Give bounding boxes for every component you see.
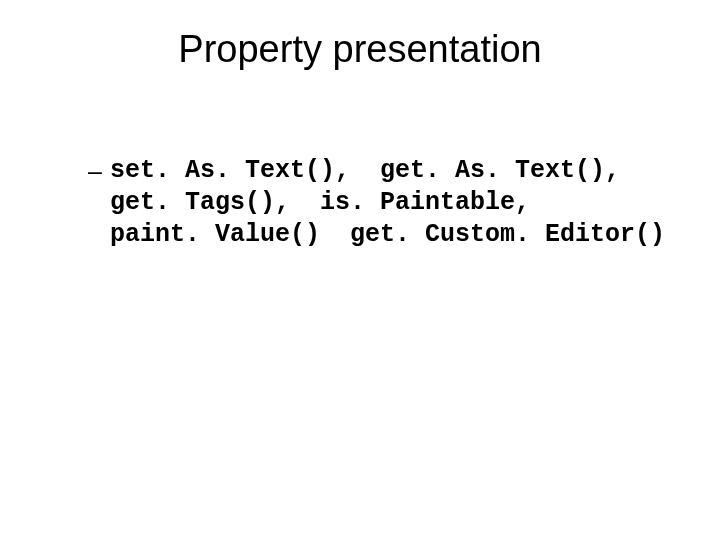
code-line-1: set. As. Text(), get. As. Text(),: [110, 156, 620, 185]
bullet-item: – set. As. Text(), get. As. Text(), get.…: [88, 155, 665, 251]
code-text: set. As. Text(), get. As. Text(), get. T…: [110, 155, 665, 251]
content-area: – set. As. Text(), get. As. Text(), get.…: [88, 155, 665, 251]
code-line-3: paint. Value() get. Custom. Editor(): [110, 220, 665, 249]
slide-title: Property presentation: [0, 28, 720, 71]
code-line-2: get. Tags(), is. Paintable,: [110, 188, 530, 217]
bullet-dash: –: [88, 155, 102, 187]
